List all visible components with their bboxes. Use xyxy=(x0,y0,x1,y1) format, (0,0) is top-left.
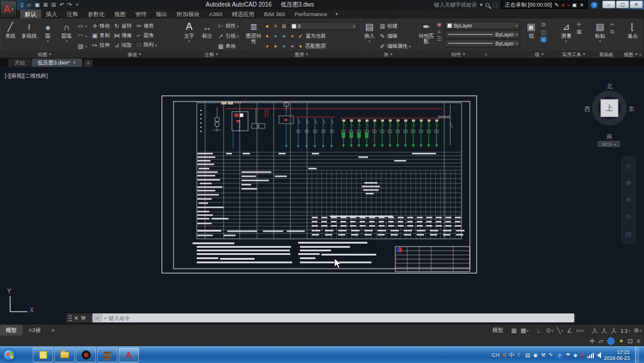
make-current-button[interactable]: 置为当前 xyxy=(306,33,326,40)
undo-icon[interactable]: ↶ xyxy=(59,0,64,10)
layer-tool-icon[interactable]: ✦ xyxy=(281,33,287,39)
qat-dropdown-icon[interactable]: ▾ xyxy=(76,0,79,10)
drawing-sheet[interactable] xyxy=(162,96,477,273)
isodraft-icon[interactable]: ∠ xyxy=(565,325,574,336)
viewcube-east-label[interactable]: 东 xyxy=(628,105,634,113)
viewcube-top-face[interactable]: 上 xyxy=(600,99,618,117)
object-color-select[interactable]: ByLayer ▾ xyxy=(445,21,520,29)
array-button[interactable]: ∷ 阵列 ▾ xyxy=(135,41,157,50)
layer-properties-button[interactable]: ≣ 图层特性 xyxy=(246,20,262,44)
layer-freeze-icon[interactable]: ✳ xyxy=(273,23,279,29)
layer-on-icon[interactable]: ● xyxy=(264,23,271,29)
layer-lock-icon[interactable]: ⊠ xyxy=(281,23,287,29)
navigation-bar[interactable]: ◎ ✥ ⊕ ⟳ ▤ xyxy=(621,156,636,244)
command-input-area[interactable]: ▹ ▾ xyxy=(92,313,574,322)
circle-button[interactable]: ● 圆 ▾ xyxy=(39,20,57,43)
save-as-icon[interactable]: ⊞ xyxy=(43,0,48,10)
ribbon-tab-featured-apps[interactable]: 精选应用 xyxy=(227,10,259,19)
pause-icon[interactable]: ▪ xyxy=(568,2,569,8)
showmotion-icon[interactable]: ▤ xyxy=(626,230,631,238)
hatch-button[interactable]: ▨ ▾ xyxy=(77,42,87,51)
start-button[interactable] xyxy=(3,349,16,362)
wcs-menu[interactable]: WCS ▾ xyxy=(597,141,620,147)
ribbon-tab-parametric[interactable]: 参数化 xyxy=(83,10,110,19)
ribbon-tab-a360[interactable]: A360 xyxy=(205,10,227,19)
taskbar-clock[interactable]: 17:21 2018-06-23 xyxy=(604,349,630,361)
umbrella-icon[interactable]: ☂ xyxy=(566,352,571,358)
status-menu-icon[interactable]: ≡ xyxy=(637,337,640,344)
show-desktop-button[interactable] xyxy=(635,347,639,363)
shield-icon[interactable]: ◆ xyxy=(574,352,578,358)
plot-icon[interactable]: ⊟ xyxy=(51,0,56,10)
drawing-canvas[interactable]: [-][俯视][二维线框] 北 西 上 东 南 WCS ▾ ◎ ✥ ⊕ ⟳ ▤ xyxy=(0,67,644,324)
rotate-button[interactable]: ↻ 旋转 xyxy=(113,21,132,30)
ribbon-tab-bim360[interactable]: BIM 360 xyxy=(259,10,290,19)
linear-dim-button[interactable]: ⊢ 线性 ▾ xyxy=(217,21,239,30)
viewport-controls[interactable]: [-][俯视][二维线框] xyxy=(5,72,48,80)
model-space-button[interactable]: 模型 xyxy=(491,325,504,336)
ribbon-tab-insert[interactable]: 插入 xyxy=(41,10,62,19)
close-command-icon[interactable]: ✕ xyxy=(74,315,79,321)
ucs-toggle-icon[interactable]: ✛ xyxy=(589,337,595,345)
snap-toggle-icon[interactable]: ▩▾ xyxy=(519,325,530,336)
model-tab[interactable]: 模型 xyxy=(0,325,23,336)
quick-calc-icon[interactable]: ▦ xyxy=(576,29,583,35)
pen-icon[interactable]: ✎ xyxy=(555,2,559,8)
volume-icon[interactable] xyxy=(597,352,601,358)
clipboard-panel-title[interactable]: 剪贴板 xyxy=(591,51,621,58)
recent-commands-icon[interactable]: ▹ xyxy=(93,314,103,322)
ribbon-tab-annotate[interactable]: 注释 xyxy=(62,10,83,19)
object-snap-tracking-icon[interactable]: ╲▾ xyxy=(556,325,564,336)
annotation-scale-icon[interactable]: 人 xyxy=(609,325,618,336)
group-button[interactable]: ▣ 组 xyxy=(524,20,538,39)
moon-icon[interactable]: ☾ xyxy=(517,352,522,358)
redo-icon[interactable]: ↷ xyxy=(67,0,72,10)
zoom-icon[interactable]: ⊕ xyxy=(626,196,631,204)
help-tray-icon[interactable]: ? xyxy=(556,352,563,359)
ime-lang-icon[interactable]: CH xyxy=(491,352,499,358)
base-point-button[interactable]: ⌊ 基点 xyxy=(624,20,642,39)
ribbon-display-toggle-icon[interactable]: ▾ xyxy=(332,10,341,19)
viewcube-north-label[interactable]: 北 xyxy=(587,82,632,91)
layout-tab-a3[interactable]: A3横 xyxy=(23,325,47,336)
ribbon-tab-home[interactable]: 默认 xyxy=(20,10,41,19)
modify-panel-title[interactable]: 修改 ▾ xyxy=(89,51,179,58)
text-button[interactable]: A 文字 ▾ xyxy=(181,20,197,43)
close-tab-icon[interactable]: ✕ xyxy=(73,59,76,67)
clean-screen-icon[interactable]: ⊡ xyxy=(627,337,633,345)
steering-wheel-icon[interactable]: ◎ xyxy=(626,162,631,170)
file-tab-drawing[interactable]: 低压图3.dws* ✕ xyxy=(32,59,82,67)
linetype-select[interactable]: ByLayer ▾ xyxy=(445,39,520,47)
stop-recording-icon[interactable]: ✕ xyxy=(580,2,584,8)
ellipse-button[interactable]: ◠ ▾ xyxy=(77,32,87,41)
edit-block-button[interactable]: ✎ 编辑 xyxy=(379,32,410,41)
layer-tool-icon[interactable]: ✦ xyxy=(264,33,271,39)
linetype-list-icon[interactable]: ☰ xyxy=(436,36,442,42)
record-icon[interactable]: ● xyxy=(562,2,565,8)
open-icon[interactable]: ▱ xyxy=(27,0,31,10)
minimize-button[interactable]: – xyxy=(602,1,615,8)
sticky-notes-app[interactable] xyxy=(33,347,53,362)
frame-icon[interactable]: ⬚ xyxy=(493,2,498,8)
autocad-app[interactable]: A xyxy=(119,347,139,362)
viewcube[interactable]: 北 西 上 东 南 xyxy=(587,82,632,143)
color-palette-icon[interactable]: ◉ xyxy=(436,21,442,27)
wps-icon[interactable]: P xyxy=(581,352,584,358)
viewcube-west-label[interactable]: 西 xyxy=(584,105,590,113)
close-button[interactable]: ✕ xyxy=(630,1,643,8)
polyline-button[interactable]: ≀ 多段线 xyxy=(21,20,38,39)
ungroup-icon[interactable]: ⧉ xyxy=(540,21,547,28)
arc-button[interactable]: ∩ 圆弧 ▾ xyxy=(58,20,76,43)
polar-tracking-icon[interactable]: ⊙▾ xyxy=(545,325,555,336)
annotation-visibility-icon[interactable]: 人 xyxy=(590,325,599,336)
ribbon-tab-output[interactable]: 输出 xyxy=(151,10,172,19)
view-panel-title[interactable]: 视图 ▾ » xyxy=(622,51,643,58)
new-layout-button[interactable]: + xyxy=(47,325,60,336)
measure-button[interactable]: ⊿ 测量 ▾ xyxy=(559,20,574,43)
cut-icon[interactable]: ✂ xyxy=(609,21,615,27)
table-button[interactable]: ▦ 表格 xyxy=(217,42,239,51)
create-block-button[interactable]: ▥ 创建 xyxy=(379,21,410,30)
orbit-icon[interactable]: ⟳ xyxy=(626,213,631,221)
ribbon-tab-view[interactable]: 视图 xyxy=(110,10,131,19)
block-panel-title[interactable]: 块 ▾ xyxy=(360,51,416,58)
